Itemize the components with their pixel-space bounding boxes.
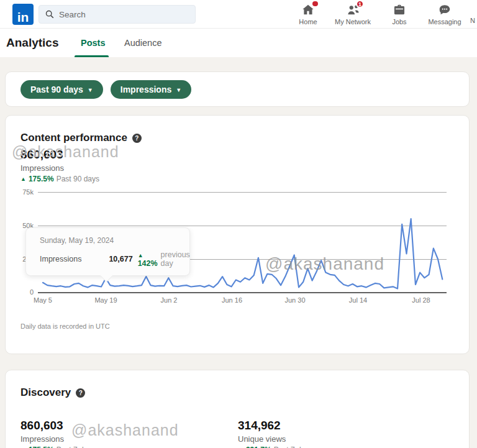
tooltip-metric-label: Impressions — [40, 255, 81, 263]
watermark-handle: @akashanand — [71, 421, 179, 439]
x-axis: May 5May 19Jun 2Jun 16Jun 30Jul 14Jul 28 — [38, 296, 447, 306]
home-badge — [311, 0, 319, 7]
briefcase-icon — [393, 3, 406, 17]
up-triangle-icon: ▲ — [20, 176, 26, 182]
nav-item-jobs[interactable]: Jobs — [377, 2, 422, 25]
discovery-card: Discovery ? 860,603 Impressions ▲ 175.5%… — [5, 370, 470, 448]
utc-footnote: Daily data is recorded in UTC — [20, 322, 457, 330]
tooltip-date: Sunday, May 19, 2024 — [40, 236, 178, 245]
nav-item-my-network[interactable]: 1 My Network — [330, 2, 375, 25]
my-network-badge: 1 — [356, 0, 364, 8]
impressions-delta: 175.5% — [29, 175, 54, 183]
nav-item-label: Jobs — [392, 18, 406, 25]
watermark-handle: @akashanand — [265, 254, 384, 274]
metric-dropdown[interactable]: Impressions ▼ — [111, 80, 191, 99]
y-tick-label: 75k — [22, 188, 34, 196]
stat-label: Unique views — [238, 434, 312, 444]
time-range-dropdown[interactable]: Past 90 days ▼ — [20, 80, 103, 99]
tooltip-delta-suffix: previous day — [161, 250, 190, 268]
nav-item-label: My Network — [335, 18, 371, 25]
discovery-title: Discovery — [20, 386, 71, 399]
impressions-delta-suffix: Past 90 days — [57, 175, 99, 183]
top-nav: in Home 1 My Network — [0, 0, 477, 29]
stat-delta-suffix: Past 7 days — [57, 446, 96, 448]
help-icon[interactable]: ? — [132, 134, 142, 143]
content-performance-title: Content performance — [20, 132, 127, 144]
impressions-label: Impressions — [20, 163, 457, 173]
nav-item-home[interactable]: Home — [286, 2, 330, 25]
x-tick-label: Jun 2 — [161, 296, 178, 304]
x-tick-label: Jun 30 — [284, 296, 305, 304]
x-tick-label: Jun 16 — [222, 296, 242, 304]
filters-card: Past 90 days ▼ Impressions ▼ — [5, 71, 470, 107]
x-tick-label: May 5 — [34, 296, 52, 304]
nav-item-notifications-truncated[interactable]: N — [470, 17, 475, 24]
stat-delta-suffix: Past 7 days — [274, 446, 313, 448]
discovery-unique-views-stat: 314,962 Unique views ▲ 331.7% Past 7 day… — [238, 415, 312, 448]
up-triangle-icon: ▲ — [138, 252, 143, 258]
watermark-handle: @akashanand — [12, 143, 119, 161]
messaging-icon — [438, 3, 452, 17]
linkedin-logo[interactable]: in — [12, 4, 34, 25]
chevron-down-icon: ▼ — [176, 87, 181, 93]
search-box[interactable] — [39, 5, 196, 24]
tab-posts[interactable]: Posts — [81, 38, 106, 48]
tab-audience[interactable]: Audience — [124, 38, 161, 48]
chart-tooltip: Sunday, May 19, 2024 Impressions 10,677 … — [25, 227, 190, 276]
x-tick-label: May 19 — [94, 296, 117, 304]
search-input[interactable] — [59, 10, 183, 19]
nav-item-messaging[interactable]: Messaging — [422, 2, 467, 25]
tooltip-delta: ▲ 142% — [138, 250, 158, 268]
x-tick-label: Jul 14 — [349, 296, 367, 304]
y-tick-label: 0 — [30, 288, 34, 296]
nav-item-label: Home — [299, 18, 317, 25]
active-tab-underline — [75, 55, 109, 57]
nav-item-label: Messaging — [428, 18, 461, 25]
stat-delta: 175.5% — [29, 446, 54, 448]
search-icon — [45, 10, 54, 19]
impressions-chart[interactable]: 75k 50k 25k 0 @akashanand Sunday, May 19… — [38, 192, 447, 293]
help-icon[interactable]: ? — [76, 388, 85, 398]
page-title: Analytics — [6, 36, 58, 50]
tooltip-value: 10,677 — [109, 255, 132, 263]
stat-value: 314,962 — [238, 419, 312, 432]
analytics-header: Analytics Posts Audience — [0, 29, 477, 57]
x-tick-label: Jul 28 — [412, 296, 430, 304]
stat-delta: 331.7% — [246, 446, 271, 448]
content-performance-card: Content performance ? @akashanand 860,60… — [5, 115, 470, 354]
chevron-down-icon: ▼ — [88, 87, 93, 93]
